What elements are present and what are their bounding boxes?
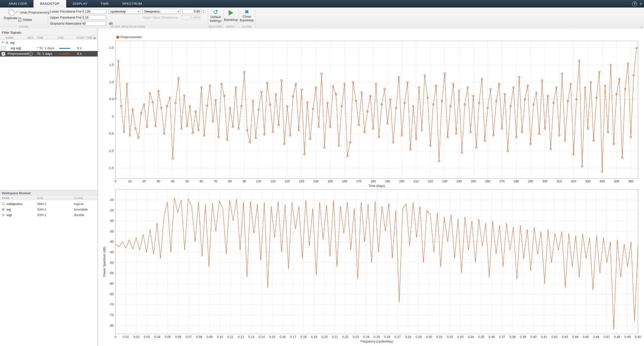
- svg-text:0.04: 0.04: [154, 335, 160, 339]
- apply-play-icon: [229, 10, 233, 16]
- svg-text:0.19: 0.19: [311, 335, 317, 339]
- svg-text:0.39: 0.39: [520, 335, 526, 339]
- workspace-columns-header: NAME ▲ SIZE CLASS: [0, 195, 98, 201]
- workspace-row-wg[interactable]: ⊞ wg 339×1 timetable: [0, 207, 98, 212]
- row-checkbox[interactable]: [2, 46, 5, 50]
- svg-text:60: 60: [199, 180, 203, 183]
- svg-text:0.47: 0.47: [603, 335, 610, 339]
- workspace-row-wgt[interactable]: ⊞ wgt 339×1 double: [0, 212, 98, 218]
- upper-passband-input[interactable]: [81, 15, 106, 20]
- svg-text:0.03: 0.03: [144, 335, 150, 339]
- tree-expander-icon[interactable]: ▾: [2, 41, 4, 44]
- variable-name: wg: [7, 208, 11, 211]
- svg-text:40: 40: [171, 180, 175, 183]
- svg-text:0.15: 0.15: [269, 335, 275, 339]
- gear-icon[interactable]: ⚙: [93, 36, 96, 40]
- svg-text:0.49: 0.49: [624, 335, 630, 339]
- svg-text:80: 80: [228, 180, 232, 183]
- svg-text:-45: -45: [109, 251, 114, 254]
- time-plot[interactable]: 0102030405060708090100110120130140150160…: [100, 34, 641, 190]
- svg-text:270: 270: [499, 180, 505, 183]
- col-time[interactable]: TIME: [37, 36, 44, 39]
- signal-name: wg.wgt: [11, 46, 21, 50]
- svg-text:140: 140: [313, 180, 318, 183]
- logical-variable-icon: ☑: [2, 202, 5, 206]
- tab-spectrum[interactable]: SPECTRUM: [115, 0, 148, 8]
- svg-text:0.37: 0.37: [499, 335, 505, 339]
- variable-size: 339×1: [37, 213, 47, 217]
- col-info[interactable]: INFO: [27, 36, 34, 39]
- signal-section-label: SIGNAL: [0, 25, 48, 28]
- svg-text:-80: -80: [109, 324, 114, 327]
- svg-text:210: 210: [414, 180, 419, 183]
- delete-button[interactable]: Delete: [18, 18, 32, 22]
- steepness-mode-dropdown[interactable]: Steepness: ▾: [142, 9, 180, 14]
- svg-text:330: 330: [585, 180, 590, 183]
- filter-signals-title: Filter Signals: [2, 31, 21, 34]
- collapse-toolstrip-icon[interactable]: ▴: [641, 25, 642, 28]
- tab-display[interactable]: DISPLAY: [66, 0, 94, 8]
- svg-text:-70: -70: [109, 303, 114, 306]
- svg-text:-25: -25: [109, 209, 114, 212]
- info-icon[interactable]: i: [29, 52, 33, 56]
- tab-bandstop[interactable]: BANDSTOP: [33, 0, 66, 8]
- svg-text:0.05: 0.05: [165, 335, 171, 339]
- svg-text:0: 0: [115, 180, 116, 183]
- svg-text:0.07: 0.07: [186, 335, 192, 339]
- svg-text:0: 0: [115, 335, 116, 339]
- row-checkbox[interactable]: ✓: [2, 52, 5, 56]
- bandstop-apply-button[interactable]: Bandstop: [223, 10, 238, 22]
- col-class[interactable]: CLASS: [74, 196, 83, 200]
- tab-analyzer[interactable]: ANALYZER: [2, 0, 33, 8]
- display-area: 0102030405060708090100110120130140150160…: [98, 29, 644, 346]
- workspace-row-validpoints[interactable]: ☑ validpoints 366×1 logical: [0, 201, 98, 207]
- col-name[interactable]: NAME: [2, 196, 10, 200]
- table-row-wg-wgt[interactable]: wg.wgt * Ts: 1 days 0 s: [0, 45, 98, 51]
- svg-text:Preprocessed: Preprocessed: [120, 35, 141, 39]
- svg-text:-0.5: -0.5: [108, 132, 114, 135]
- tab-time[interactable]: TIME: [94, 0, 116, 8]
- svg-text:0.24: 0.24: [363, 335, 369, 339]
- svg-text:0.29: 0.29: [415, 335, 421, 339]
- help-icon[interactable]: ?: [632, 2, 637, 6]
- frequency-units-dropdown[interactable]: cycles/day ▾: [109, 9, 140, 14]
- undo-preprocessing-button[interactable]: ↶ Undo Preprocessing: [15, 11, 49, 14]
- spectrum-plot[interactable]: 00.010.020.030.040.050.060.070.080.090.1…: [100, 187, 641, 345]
- col-name[interactable]: NAME: [6, 36, 14, 39]
- svg-text:1.5: 1.5: [109, 63, 114, 67]
- table-row-preprocessed[interactable]: ✓ Preprocessed i Ts: 1 days 0 s: [0, 51, 98, 57]
- svg-text:0.50: 0.50: [635, 335, 641, 339]
- svg-text:190: 190: [385, 180, 390, 183]
- signal-start-time: 0 s: [77, 52, 82, 56]
- col-line[interactable]: LINE: [58, 36, 64, 39]
- svg-text:0: 0: [112, 115, 114, 118]
- spinner-up-icon[interactable]: ▲: [202, 10, 205, 12]
- svg-text:150: 150: [328, 180, 333, 183]
- lower-passband-input[interactable]: [81, 9, 106, 14]
- svg-text:0.02: 0.02: [133, 335, 139, 339]
- svg-text:340: 340: [599, 180, 605, 183]
- svg-text:0.21: 0.21: [332, 335, 338, 339]
- upper-band-steepness-label: Upper Band Steepness:: [142, 16, 178, 19]
- chevron-down-icon: ▾: [178, 10, 179, 13]
- svg-text:0.09: 0.09: [207, 335, 213, 339]
- steepness-spinner[interactable]: ▲ ▼: [202, 9, 205, 14]
- variable-name: validpoints: [7, 202, 23, 206]
- variable-class: double: [74, 213, 84, 217]
- svg-text:0.01: 0.01: [123, 335, 129, 339]
- signal-group-row[interactable]: ▾ ⊞ wg: [0, 40, 98, 45]
- svg-text:0.25: 0.25: [374, 335, 380, 339]
- line-swatch-orange: [59, 54, 70, 54]
- filter-specifications-section-label: FILTER SPECIFICATIONS: [48, 25, 208, 28]
- workspace-table: ☑ validpoints 366×1 logical ⊞ wg 339×1 t…: [0, 200, 98, 346]
- col-start-time[interactable]: START TIME: [76, 36, 93, 39]
- default-settings-button[interactable]: ↺ Default Settings: [208, 9, 223, 23]
- col-size[interactable]: SIZE: [37, 196, 43, 200]
- close-bandstop-button[interactable]: ✖ Close Bandstop: [238, 9, 255, 22]
- svg-text:0.10: 0.10: [217, 335, 223, 339]
- toolstrip-menu-caret-icon[interactable]: ▾: [640, 2, 641, 6]
- steepness-value-input[interactable]: [182, 9, 201, 14]
- spinner-down-icon[interactable]: ▼: [202, 12, 205, 14]
- left-panel: Filter Signals NAME INFO TIME LINE START…: [0, 29, 98, 346]
- svg-text:290: 290: [528, 180, 533, 183]
